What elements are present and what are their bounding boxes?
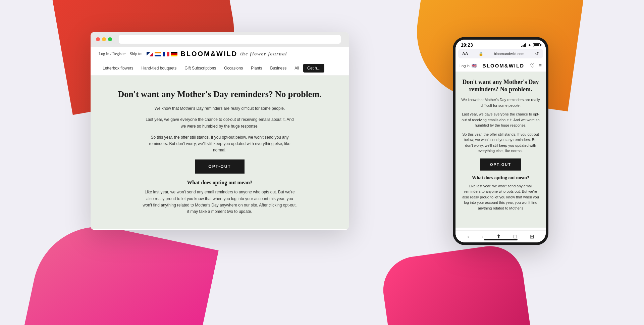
phone-main-heading: Don't want any Mother's Day reminders? N…	[461, 79, 540, 93]
secondary-heading: What does opting out mean?	[101, 180, 339, 186]
phone-main-content: Don't want any Mother's Day reminders? N…	[455, 72, 546, 228]
battery-icon	[533, 43, 540, 47]
browser-window-controls	[96, 37, 112, 41]
flag-icons	[147, 52, 177, 56]
phone-aa-control[interactable]: AA	[462, 51, 468, 56]
minimize-button-dot[interactable]	[102, 37, 106, 41]
main-para-3: So this year, the offer still stands. If…	[143, 134, 297, 154]
signal-bar-1	[521, 46, 522, 47]
nav-letterbox-flowers[interactable]: Letterbox flowers	[99, 64, 137, 73]
close-button-dot[interactable]	[96, 37, 100, 41]
ship-to-label: Ship to:	[130, 51, 143, 56]
phone-url-bar[interactable]: AA 🔒 bloomandwild.com ↺	[458, 49, 543, 58]
phone-nav-left: Log in 🇬🇧	[460, 63, 477, 68]
nl-flag	[155, 52, 161, 56]
phone-logo: BLOOM&WILD	[482, 63, 524, 68]
maximize-button-dot[interactable]	[108, 37, 112, 41]
main-para-1: We know that Mother's Day reminders are …	[143, 105, 297, 112]
phone-nav-right: ♡ ≡	[530, 62, 542, 69]
phone-secondary-heading: What does opting out mean?	[461, 175, 540, 181]
phone-para-2: Last year, we gave everyone the chance t…	[461, 111, 540, 128]
phone-flag-icon: 🇬🇧	[472, 63, 477, 68]
phone-para-1: We know that Mother's Day reminders are …	[461, 97, 540, 108]
phone-tabs-icon[interactable]: ⊞	[530, 233, 534, 240]
site-navbar-top: Log in / Register Ship to: BLOOM&WILD th…	[99, 47, 341, 61]
uk-flag	[147, 52, 153, 56]
opt-out-button[interactable]: OPT-OUT	[195, 159, 244, 174]
site-nav-links: Letterbox flowers Hand-tied bouquets Gif…	[99, 61, 341, 75]
phone-home-indicator	[484, 239, 518, 240]
phone-bookmarks-icon[interactable]: □	[514, 234, 517, 240]
phone-secondary-para: Like last year, we won't send any email …	[461, 183, 540, 211]
nav-plants[interactable]: Plants	[247, 64, 266, 73]
phone-forward-icon[interactable]: ›	[482, 234, 484, 240]
nav-gift-subscriptions[interactable]: Gift Subscriptions	[180, 64, 220, 73]
browser-chrome	[91, 32, 349, 47]
phone-url-text[interactable]: bloomandwild.com	[494, 52, 524, 56]
main-heading: Don't want any Mother's Day reminders? N…	[101, 89, 339, 99]
secondary-para: Like last year, we won't send any email …	[143, 189, 297, 215]
logo-journal: the flower journal	[240, 51, 287, 57]
signal-bar-3	[524, 44, 525, 47]
logo-main: BLOOM&WILD	[180, 50, 237, 58]
wifi-icon: ▲	[528, 43, 532, 48]
nav-occasions[interactable]: Occasions	[220, 64, 247, 73]
login-register-link[interactable]: Log in / Register	[99, 51, 126, 56]
nav-hand-tied-bouquets[interactable]: Hand-tied bouquets	[137, 64, 180, 73]
site-navbar: Log in / Register Ship to: BLOOM&WILD th…	[91, 47, 349, 76]
desktop-browser: Log in / Register Ship to: BLOOM&WILD th…	[91, 32, 349, 230]
bg-shape-magenta	[379, 242, 533, 325]
phone-opt-out-button[interactable]: OPT-OUT	[480, 158, 521, 171]
battery-fill	[534, 44, 539, 46]
de-flag	[171, 52, 177, 56]
phone-wishlist-icon[interactable]: ♡	[530, 62, 535, 69]
nav-left: Log in / Register Ship to:	[99, 51, 177, 56]
mobile-phone: 19:23 ▲ AA 🔒 bloomandwild.com ↺ Log in 🇬…	[453, 37, 548, 245]
phone-refresh-icon[interactable]: ↺	[535, 51, 539, 56]
site-logo: BLOOM&WILD the flower journal	[180, 50, 287, 58]
bg-shape-pink	[23, 214, 218, 325]
phone-para-3: So this year, the offer still stands. If…	[461, 132, 540, 154]
nav-cta-button[interactable]: Get h...	[303, 64, 324, 73]
main-para-2: Last year, we gave everyone the chance t…	[143, 117, 297, 129]
fr-flag	[163, 52, 169, 56]
phone-lock-icon: 🔒	[479, 52, 483, 56]
phone-back-icon[interactable]: ‹	[467, 234, 469, 240]
nav-business[interactable]: Business	[266, 64, 291, 73]
phone-status-bar: 19:23 ▲	[455, 40, 546, 49]
signal-icon	[521, 43, 526, 47]
phone-login-text[interactable]: Log in	[460, 64, 470, 68]
signal-bar-4	[525, 43, 526, 47]
phone-status-icons: ▲	[521, 43, 540, 48]
phone-time: 19:23	[461, 42, 473, 48]
phone-bottom-bar: ‹ › ⬆ □ ⊞	[455, 230, 546, 242]
address-bar[interactable]	[119, 35, 341, 44]
phone-menu-icon[interactable]: ≡	[539, 62, 542, 69]
nav-all[interactable]: All	[290, 64, 303, 73]
browser-content: Log in / Register Ship to: BLOOM&WILD th…	[91, 47, 349, 230]
site-main-content: Don't want any Mother's Day reminders? N…	[91, 76, 349, 229]
signal-bar-2	[523, 45, 524, 47]
phone-site-nav: Log in 🇬🇧 BLOOM&WILD ♡ ≡	[455, 60, 546, 72]
